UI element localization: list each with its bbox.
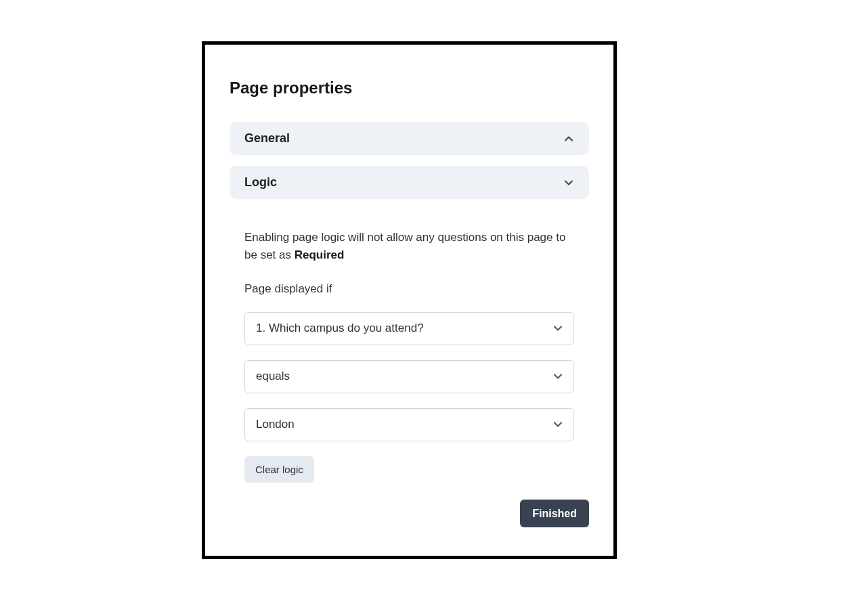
operator-select-value: equals: [256, 370, 290, 383]
question-select[interactable]: 1. Which campus do you attend?: [244, 312, 574, 345]
finished-button[interactable]: Finished: [520, 500, 589, 527]
accordion-general-label: General: [244, 131, 290, 146]
clear-logic-button[interactable]: Clear logic: [244, 456, 314, 483]
logic-info-prefix: Enabling page logic will not allow any q…: [244, 231, 565, 261]
chevron-down-icon: [563, 177, 574, 188]
accordion-general[interactable]: General: [230, 122, 589, 155]
panel-title: Page properties: [230, 79, 589, 97]
logic-info-bold: Required: [295, 248, 345, 261]
accordion-logic-label: Logic: [244, 175, 277, 190]
panel-footer: Finished: [520, 500, 589, 527]
page-properties-panel: Page properties General Logic Enabling p…: [202, 41, 617, 559]
question-select-row: 1. Which campus do you attend?: [244, 312, 574, 345]
question-select-value: 1. Which campus do you attend?: [256, 322, 424, 335]
accordion-logic[interactable]: Logic: [230, 166, 589, 199]
operator-select-row: equals: [244, 360, 574, 393]
value-select[interactable]: London: [244, 408, 574, 441]
condition-label: Page displayed if: [244, 282, 574, 296]
value-select-row: London: [244, 408, 574, 441]
logic-info-text: Enabling page logic will not allow any q…: [244, 229, 574, 265]
value-select-value: London: [256, 418, 295, 431]
chevron-up-icon: [563, 133, 574, 144]
operator-select[interactable]: equals: [244, 360, 574, 393]
logic-section-body: Enabling page logic will not allow any q…: [230, 210, 589, 483]
